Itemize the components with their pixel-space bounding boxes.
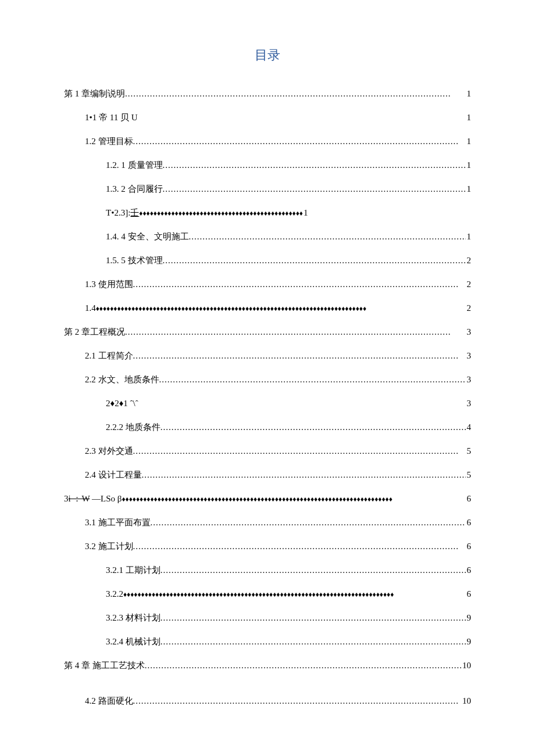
- toc-page: 1: [302, 207, 308, 219]
- toc-item-chapter1: 第 1 章编制说明 1: [64, 88, 471, 100]
- toc-page: 3: [466, 374, 472, 386]
- toc-item-1-2-3-garbled: T•2.3]:壬 1: [106, 207, 471, 219]
- toc-label: 3.2.1 工期计划: [106, 564, 160, 576]
- toc-label: 第 1 章编制说明: [64, 88, 125, 100]
- toc-item-1-3: 1.3 使用范围 2: [85, 278, 471, 291]
- toc-page: 3: [466, 326, 472, 338]
- leader-dots: [133, 695, 462, 707]
- leader-dots: [125, 88, 466, 100]
- leader-dots: [133, 135, 466, 148]
- toc-item-2-4: 2.4 设计工程量 5: [85, 469, 471, 481]
- toc-page: 6: [466, 517, 472, 529]
- toc-item-1-2: 1.2 管理目标 1: [85, 135, 471, 148]
- leader-dots: [133, 278, 466, 291]
- leader-diamonds: [139, 209, 302, 218]
- toc-label: 1•1 帝 11 贝 U: [85, 112, 138, 124]
- toc-item-3-1: 3.1 施工平面布置 6: [85, 517, 471, 529]
- leader-diamonds: [123, 590, 466, 600]
- toc-item-chapter4: 第 4 章 施工工艺技术 10: [64, 660, 471, 672]
- toc-label: 3.1 施工平面布置: [85, 517, 151, 529]
- toc-item-3-2-4: 3.2.4 机械计划 9: [106, 636, 471, 648]
- toc-page: 1: [466, 231, 472, 243]
- toc-label: 1.3 使用范围: [85, 278, 133, 291]
- leader-dots: [160, 421, 466, 433]
- toc-item-2-2-2: 2.2.2 地质条件 4: [106, 421, 471, 433]
- toc-page: 5: [466, 469, 472, 481]
- leader-dots: [133, 540, 466, 553]
- toc-label: 1.2. 1 质量管理: [106, 159, 163, 171]
- leader-dots: [133, 350, 466, 362]
- toc-page: 1: [466, 112, 472, 124]
- toc-label-pre: T•2.3]:: [106, 208, 130, 217]
- leader-dots: [163, 255, 466, 267]
- toc-label: 2.1 工程简介: [85, 350, 133, 362]
- leader-dots: [159, 374, 466, 386]
- leader-dots: [189, 231, 466, 243]
- toc-item-2-2: 2.2 水文、地质条件 3: [85, 374, 471, 386]
- toc-label: 3.2.2: [106, 588, 123, 600]
- toc-label: 1.4: [85, 302, 96, 314]
- toc-page: 6: [466, 564, 472, 576]
- toc-label: 4.2 路面硬化: [85, 695, 133, 707]
- toc-label: 1.4. 4 安全、文明施工: [106, 231, 189, 243]
- leader-diamonds: [96, 304, 466, 314]
- toc-item-3-2-2: 3.2.2 6: [106, 588, 471, 600]
- toc-page: 1: [466, 135, 472, 148]
- toc-item-1-5-5: 1.5. 5 技术管理 2: [106, 255, 471, 267]
- toc-item-chapter2: 第 2 章工程概况 3: [64, 326, 471, 338]
- toc-item-chapter3-garbled: 3i ：W —LSo β 6: [64, 493, 471, 505]
- leader-dots: [163, 183, 466, 195]
- toc-label: 2.2 水文、地质条件: [85, 374, 159, 386]
- leader-dots: [151, 517, 466, 529]
- toc-label-a: 3: [64, 494, 69, 503]
- toc-page: 9: [466, 612, 472, 624]
- toc-page: 1: [466, 159, 472, 171]
- toc-item-2-1: 2.1 工程简介 3: [85, 350, 471, 362]
- leader-dots: [133, 445, 466, 457]
- toc-label-c: —LSo β: [90, 494, 122, 503]
- toc-page: 9: [466, 636, 472, 648]
- toc-item-1-4: 1.4 2: [85, 302, 471, 314]
- toc-label: 3i ：W —LSo β: [64, 493, 122, 505]
- toc-page: 6: [466, 540, 472, 553]
- toc-item-4-2: 4.2 路面硬化 10: [85, 695, 471, 707]
- leader-dots: [160, 564, 466, 576]
- toc-page: 2: [466, 302, 472, 314]
- toc-page: 2: [466, 278, 472, 291]
- toc-title: 目录: [64, 46, 471, 65]
- toc-page: 1: [466, 88, 472, 100]
- toc-label: 2.3 对外交通: [85, 445, 133, 457]
- leader-diamonds: [122, 495, 465, 504]
- leader-dots: [163, 159, 466, 171]
- leader-dots: [125, 326, 466, 338]
- toc-item-1-3-2: 1.3. 2 合同履行 1: [106, 183, 471, 195]
- toc-page: 3: [466, 350, 472, 362]
- toc-label: 2.4 设计工程量: [85, 469, 142, 481]
- toc-item-1-4-4: 1.4. 4 安全、文明施工 1: [106, 231, 471, 243]
- toc-label: 第 4 章 施工工艺技术: [64, 660, 145, 672]
- toc-label: 1.5. 5 技术管理: [106, 255, 163, 267]
- toc-label-underline: 壬: [130, 208, 139, 217]
- toc-item-2-3: 2.3 对外交通 5: [85, 445, 471, 457]
- toc-page: 6: [466, 493, 472, 505]
- toc-item-1-1: 1•1 帝 11 贝 U 1: [85, 112, 471, 124]
- toc-page: 1: [466, 183, 472, 195]
- toc-item-3-2-1: 3.2.1 工期计划 6: [106, 564, 471, 576]
- toc-page: 2: [466, 255, 472, 267]
- toc-item-2-2-1: 2♦2♦1 ˆ\ˆ 3: [106, 397, 471, 410]
- toc-page: 6: [466, 588, 472, 600]
- toc-item-1-2-1: 1.2. 1 质量管理 1: [106, 159, 471, 171]
- toc-label: 第 2 章工程概况: [64, 326, 125, 338]
- leader-dots: [145, 660, 461, 672]
- toc-page: 10: [461, 660, 471, 672]
- toc-page: 5: [466, 445, 472, 457]
- toc-label: 3.2.3 材料计划: [106, 612, 160, 624]
- toc-item-3-2: 3.2 施工计划 6: [85, 540, 471, 553]
- toc-label: 2♦2♦1 ˆ\ˆ: [106, 397, 138, 410]
- leader-dots: [160, 612, 466, 624]
- toc-page: 10: [461, 695, 471, 707]
- toc-label: 3.2 施工计划: [85, 540, 133, 553]
- toc-label: 3.2.4 机械计划: [106, 636, 160, 648]
- toc-page: 3: [466, 397, 472, 410]
- toc-item-3-2-3: 3.2.3 材料计划 9: [106, 612, 471, 624]
